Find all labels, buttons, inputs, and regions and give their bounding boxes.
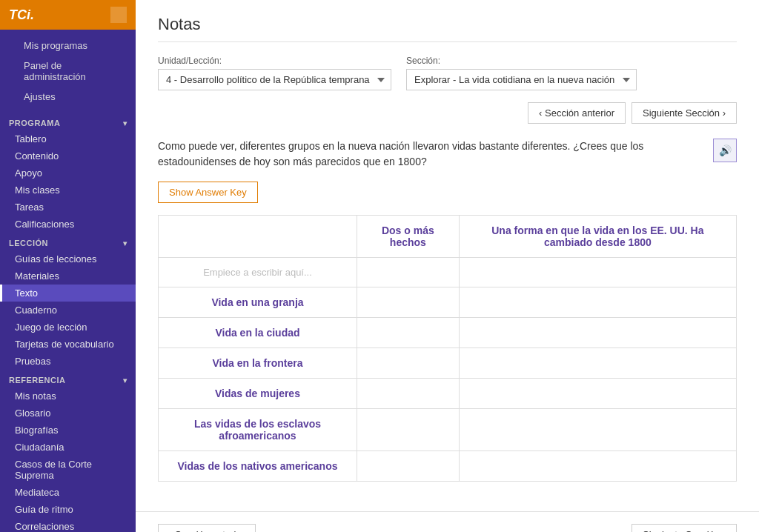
section-label: Sección: [406,56,637,66]
col3-input-row[interactable] [459,258,736,287]
sidebar-item-apoyo[interactable]: Apoyo [0,164,136,182]
section-title-referencia: REFERENCIA▾ [0,370,136,388]
sidebar-header: TCi. [0,0,136,30]
top-links: Mis programasPanel de administraciónAjus… [0,30,136,113]
sidebar-item-glosario[interactable]: Glosario [0,405,136,422]
tci-logo: TCi. [9,7,34,23]
unit-label: Unidad/Lección: [158,56,391,66]
row-facts-1[interactable] [357,318,459,348]
sidebar-item-contenido[interactable]: Contenido [0,147,136,164]
table-row: Las vidas de los esclavos afroamericanos [159,409,737,451]
row-facts-4[interactable] [357,409,459,451]
row-change-5[interactable] [459,451,736,482]
sidebar-item-ajustes[interactable]: Ajustes [9,88,127,105]
sidebar-content: PROGRAMA▾TableroContenidoApoyoMis clases… [0,113,136,532]
row-facts-0[interactable] [357,287,459,318]
table-row: Vida en la ciudad [159,318,737,348]
table-row: Vida en una granja [159,287,737,318]
row-change-3[interactable] [459,379,736,409]
sidebar-item-ciudadania[interactable]: Ciudadanía [0,439,136,456]
section-dropdown-group: Sección: Explorar - La vida cotidiana en… [406,56,637,90]
sidebar-item-cuaderno[interactable]: Cuaderno [0,302,136,319]
input-placeholder: Empiece a escribir aquí... [203,267,312,278]
row-change-0[interactable] [459,287,736,318]
row-label-3: Vidas de mujeres [159,379,357,409]
sidebar-item-correlaciones[interactable]: Correlaciones [0,518,136,532]
row-facts-5[interactable] [357,451,459,482]
next-section-button-top[interactable]: Siguiente Sección › [632,102,737,124]
section-title-lección: LECCIÓN▾ [0,233,136,250]
section-nav-top: ‹ Sección anterior Siguiente Sección › [158,102,737,124]
sidebar: TCi. Mis programasPanel de administració… [0,0,136,532]
row-facts-2[interactable] [357,348,459,379]
table-row: Vidas de mujeres [159,379,737,409]
next-section-button-bottom[interactable]: Siguiente Sección › [632,524,737,532]
sidebar-item-tablero[interactable]: Tablero [0,130,136,147]
page-title: Notas [158,15,737,42]
col-header-input [159,216,357,258]
sidebar-item-calificaciones[interactable]: Calificaciones [0,216,136,233]
unit-select[interactable]: 4 - Desarrollo político de la República … [158,69,391,90]
sidebar-item-tarjetas[interactable]: Tarjetas de vocabulario [0,336,136,353]
row-label-2: Vida en la frontera [159,348,357,379]
input-cell[interactable]: Empiece a escribir aquí... [159,258,357,287]
row-facts-3[interactable] [357,379,459,409]
sidebar-item-mis-programas[interactable]: Mis programas [9,37,127,54]
prev-section-button-top[interactable]: ‹ Sección anterior [528,102,626,124]
sidebar-item-tareas[interactable]: Tareas [0,199,136,216]
content-text-area: Como puede ver, diferentes grupos en la … [158,139,737,170]
row-change-4[interactable] [459,409,736,451]
sidebar-item-mis-notas[interactable]: Mis notas [0,388,136,405]
sidebar-item-guia-ritmo[interactable]: Guía de ritmo [0,501,136,518]
sidebar-item-corte[interactable]: Casos de la Corte Suprema [0,456,136,484]
sidebar-item-panel-admin[interactable]: Panel de administración [9,57,127,85]
sidebar-item-mis-clases[interactable]: Mis clases [0,182,136,199]
unit-dropdown-group: Unidad/Lección: 4 - Desarrollo político … [158,56,391,90]
table-row: Vidas de los nativos americanos [159,451,737,482]
dropdowns-row: Unidad/Lección: 4 - Desarrollo político … [158,56,737,90]
sidebar-item-texto[interactable]: Texto [0,285,136,302]
row-label-1: Vida en la ciudad [159,318,357,348]
sidebar-item-pruebas[interactable]: Pruebas [0,353,136,370]
notes-table: Dos o más hechos Una forma en que la vid… [158,215,737,482]
bottom-nav: ‹ Sección anterior Siguiente Sección › [136,511,759,532]
sidebar-item-biografias[interactable]: Biografías [0,422,136,439]
col-header-change: Una forma en que la vida en los EE. UU. … [459,216,736,258]
sidebar-item-mediateca[interactable]: Mediateca [0,484,136,501]
section-select[interactable]: Explorar - La vida cotidiana en la nueva… [406,69,637,90]
audio-icon: 🔊 [719,144,732,156]
audio-button[interactable]: 🔊 [713,139,737,162]
row-label-5: Vidas de los nativos americanos [159,451,357,482]
row-label-0: Vida en una granja [159,287,357,318]
content-paragraph: Como puede ver, diferentes grupos en la … [158,139,701,170]
row-change-2[interactable] [459,348,736,379]
collapse-button[interactable] [110,7,127,23]
sidebar-item-materiales[interactable]: Materiales [0,267,136,285]
table-row-input: Empiece a escribir aquí... [159,258,737,287]
col2-input-row[interactable] [357,258,459,287]
section-title-programa: PROGRAMA▾ [0,113,136,130]
row-label-4: Las vidas de los esclavos afroamericanos [159,409,357,451]
sidebar-item-juego[interactable]: Juego de lección [0,319,136,336]
main-content: Notas Unidad/Lección: 4 - Desarrollo pol… [136,0,759,532]
table-row: Vida en la frontera [159,348,737,379]
prev-section-button-bottom[interactable]: ‹ Sección anterior [158,524,256,532]
sidebar-item-guias[interactable]: Guías de lecciones [0,250,136,267]
row-change-1[interactable] [459,318,736,348]
show-answer-key-button[interactable]: Show Answer Key [158,182,258,203]
col-header-facts: Dos o más hechos [357,216,459,258]
